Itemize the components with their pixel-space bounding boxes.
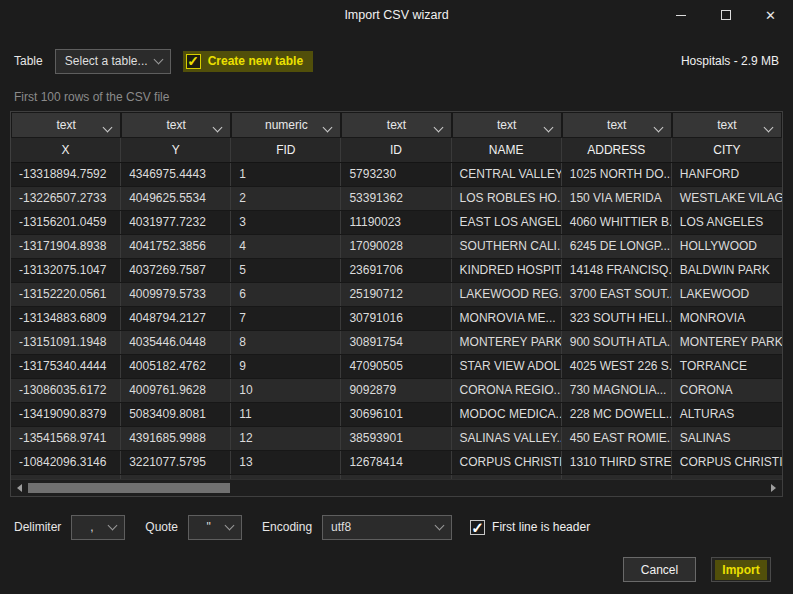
table-cell: HANFORD xyxy=(672,163,782,186)
table-cell: -13156201.0459 xyxy=(11,211,121,234)
chevron-down-icon xyxy=(108,520,118,530)
chevron-down-icon xyxy=(153,54,163,64)
table-row: -13318894.75924346975.444315793230CENTRA… xyxy=(11,163,782,187)
titlebar: Import CSV wizard ✕ xyxy=(0,0,793,30)
encoding-value: utf8 xyxy=(331,520,430,534)
delimiter-label: Delimiter xyxy=(14,520,61,534)
chevron-down-icon xyxy=(323,123,333,133)
table-cell: 3221077.5795 xyxy=(121,451,231,474)
table-cell: 4391685.9988 xyxy=(121,427,231,450)
chevron-down-icon xyxy=(103,123,113,133)
table-cell: 11190023 xyxy=(341,211,451,234)
table-cell: 30891754 xyxy=(341,331,451,354)
chevron-down-icon xyxy=(213,123,223,133)
table-cell: 25190712 xyxy=(341,283,451,306)
table-cell: 4031977.7232 xyxy=(121,211,231,234)
encoding-select[interactable]: utf8 xyxy=(322,515,452,540)
scroll-right-icon[interactable] xyxy=(771,484,776,492)
table-cell: 14148 FRANCISQ... xyxy=(562,259,672,282)
column-type-select[interactable]: numeric xyxy=(232,113,340,137)
table-cell: -13152220.0561 xyxy=(11,283,121,306)
table-cell: 5793230 xyxy=(341,163,451,186)
column-type-select[interactable]: text xyxy=(673,113,781,137)
table-cell: TORRANCE xyxy=(672,355,782,378)
minimize-icon xyxy=(676,15,686,16)
import-button[interactable]: Import xyxy=(711,557,771,582)
column-type-select[interactable]: text xyxy=(453,113,561,137)
first-line-header-label: First line is header xyxy=(492,520,590,534)
table-cell: -10842096.3146 xyxy=(11,451,121,474)
column-header: FID xyxy=(231,138,341,162)
scroll-left-icon[interactable] xyxy=(17,484,22,492)
table-cell: 900 SOUTH ATLA... xyxy=(562,331,672,354)
table-cell: 12 xyxy=(231,427,341,450)
table-row: -13151091.19484035446.0448830891754MONTE… xyxy=(11,331,782,355)
table-row: -13134883.68094048794.2127730791016MONRO… xyxy=(11,307,782,331)
table-cell: -13318894.7592 xyxy=(11,163,121,186)
table-cell: 9092879 xyxy=(341,379,451,402)
table-cell: 4035446.0448 xyxy=(121,331,231,354)
scrollbar-thumb[interactable] xyxy=(28,483,230,493)
table-row: -13152220.05614009979.5733625190712LAKEW… xyxy=(11,283,782,307)
table-cell: LOS ROBLES HO... xyxy=(452,187,562,210)
quote-label: Quote xyxy=(145,520,178,534)
checkmark-icon: ✓ xyxy=(471,520,484,535)
column-type-select[interactable]: text xyxy=(342,113,450,137)
column-type-select[interactable]: text xyxy=(122,113,230,137)
table-cell: 2 xyxy=(231,187,341,210)
column-header: CITY xyxy=(672,138,782,162)
table-cell: 4346975.4443 xyxy=(121,163,231,186)
table-cell: HOLLYWOOD xyxy=(672,235,782,258)
checkbox-box: ✓ xyxy=(470,520,485,535)
action-bar: Cancel Import xyxy=(0,557,771,582)
horizontal-scrollbar[interactable] xyxy=(11,480,782,496)
table-cell: SALINAS VALLEY... xyxy=(452,427,562,450)
column-type-row: texttextnumerictexttexttexttext xyxy=(11,112,782,138)
chevron-down-icon xyxy=(764,123,774,133)
table-cell: LOS ANGELES xyxy=(672,211,782,234)
column-type-select[interactable]: text xyxy=(563,113,671,137)
table-cell: 6245 DE LONGP... xyxy=(562,235,672,258)
column-header-row: XYFIDIDNAMEADDRESSCITY xyxy=(11,138,782,163)
toolbar: Table Select a table... ✓ Create new tab… xyxy=(14,48,779,74)
cancel-button[interactable]: Cancel xyxy=(623,557,696,582)
table-cell: 17090028 xyxy=(341,235,451,258)
close-button[interactable]: ✕ xyxy=(748,0,793,30)
maximize-button[interactable] xyxy=(703,0,748,30)
table-cell: ALTURAS xyxy=(672,403,782,426)
table-row: -13541568.97414391685.99881238593901SALI… xyxy=(11,427,782,451)
table-cell: MONTEREY PARK... xyxy=(452,331,562,354)
quote-select[interactable]: " xyxy=(188,515,242,540)
table-cell: 9 xyxy=(231,355,341,378)
checkbox-box: ✓ xyxy=(186,54,201,69)
table-cell: 7 xyxy=(231,307,341,330)
table-cell: 4037269.7587 xyxy=(121,259,231,282)
delimiter-select[interactable]: , xyxy=(71,515,125,540)
chevron-down-icon xyxy=(435,520,445,530)
table-cell: LAKEWOOD xyxy=(672,283,782,306)
import-csv-wizard-dialog: Import CSV wizard ✕ Table Select a table… xyxy=(0,0,793,582)
quote-value: " xyxy=(197,520,220,534)
table-cell: 23691706 xyxy=(341,259,451,282)
table-cell: 6 xyxy=(231,283,341,306)
first-line-header-checkbox[interactable]: ✓ First line is header xyxy=(470,520,590,535)
column-type-select[interactable]: text xyxy=(12,113,120,137)
table-cell: 11 xyxy=(231,403,341,426)
import-button-label: Import xyxy=(715,560,766,580)
table-cell: MONROVIA ME... xyxy=(452,307,562,330)
table-label: Table xyxy=(14,54,43,68)
table-row: -13226507.27334049625.5534253391362LOS R… xyxy=(11,187,782,211)
column-header: ID xyxy=(341,138,451,162)
table-cell: WESTLAKE VILAGE xyxy=(672,187,782,210)
table-cell: 13 xyxy=(231,451,341,474)
window-controls: ✕ xyxy=(658,0,793,30)
csv-preview-table: texttextnumerictexttexttexttext XYFIDIDN… xyxy=(10,111,783,497)
table-cell: 5083409.8081 xyxy=(121,403,231,426)
table-select[interactable]: Select a table... xyxy=(55,49,171,74)
table-cell: CORONA xyxy=(672,379,782,402)
table-cell: -13419090.8379 xyxy=(11,403,121,426)
column-header: Y xyxy=(121,138,231,162)
table-cell: 4005182.4762 xyxy=(121,355,231,378)
minimize-button[interactable] xyxy=(658,0,703,30)
create-new-table-checkbox[interactable]: ✓ Create new table xyxy=(183,51,313,72)
